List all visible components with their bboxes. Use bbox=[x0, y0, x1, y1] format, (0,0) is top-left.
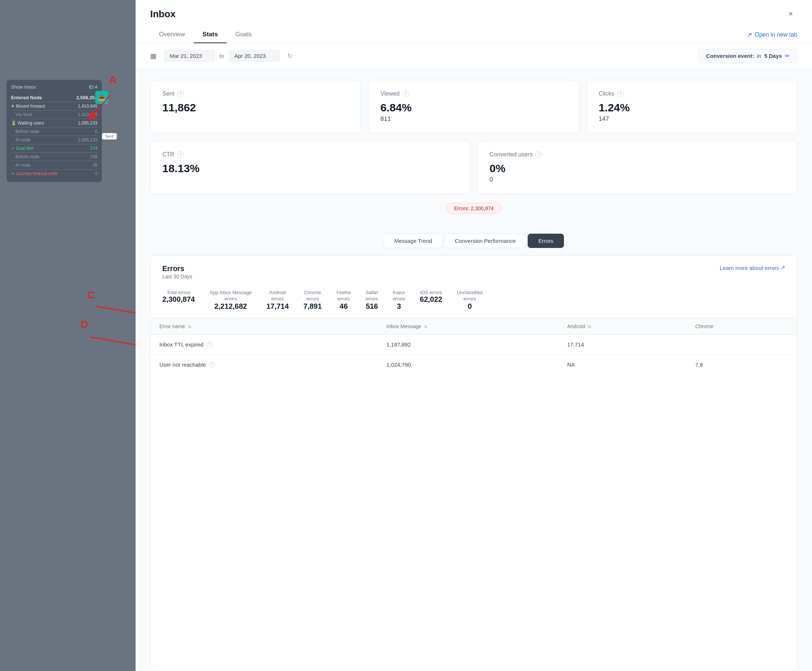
modal-header: Inbox × Overview Stats Goals ↗ Open in n… bbox=[136, 0, 812, 43]
stat-card-clicks: Clicks ? 1.24% 147 bbox=[587, 80, 797, 133]
at-node-row-2: At node 35 bbox=[11, 161, 97, 169]
col-inbox-message[interactable]: Inbox Message ⇅ bbox=[378, 318, 558, 335]
entered-node-row: Entered Node 2,506,352 bbox=[11, 94, 97, 102]
modal-title-row: Inbox × bbox=[150, 7, 797, 20]
ctr-help-icon[interactable]: ? bbox=[177, 151, 184, 158]
sort-icon-android: ⇅ bbox=[588, 325, 591, 329]
summary-firefox: Firefoxerrors 46 bbox=[336, 290, 351, 311]
external-link-icon: ↗ bbox=[747, 31, 752, 39]
date-to-label: to bbox=[220, 53, 224, 59]
start-date-input[interactable]: Mar 21, 2023 bbox=[164, 50, 215, 62]
summary-safari: Safarierrors 516 bbox=[366, 290, 378, 311]
chart-tab-conversion-performance[interactable]: Conversion Performance bbox=[444, 234, 526, 248]
clicks-percentage: 1.24% bbox=[599, 101, 785, 114]
ctr-percentage: 18.13% bbox=[162, 162, 458, 175]
app-inbox-label: App Inbox Messageerrors bbox=[210, 290, 252, 302]
open-new-tab-link[interactable]: ↗ Open in new tab bbox=[747, 31, 797, 39]
learn-more-link[interactable]: Learn more about errors ↗ bbox=[720, 264, 785, 271]
before-node-label-1: Before node bbox=[15, 129, 39, 134]
end-date-input[interactable]: Apr 20, 2023 bbox=[229, 50, 280, 62]
stat-card-converted-users: Converted users ? 0% 0 bbox=[478, 141, 797, 194]
firefox-label: Firefoxerrors bbox=[336, 290, 351, 302]
errors-section: Errors Last 30 Days Learn more about err… bbox=[150, 255, 797, 671]
ctr-label: CTR ? bbox=[162, 151, 458, 158]
android-value: 17,714 bbox=[266, 302, 289, 311]
modal-title: Inbox bbox=[150, 9, 176, 20]
converted-users-percentage: 0% bbox=[490, 162, 785, 175]
chart-tab-message-trend[interactable]: Message Trend bbox=[384, 234, 443, 248]
total-errors-label: Total errors bbox=[162, 290, 195, 295]
ios-value: 62,022 bbox=[420, 295, 442, 304]
safari-value: 516 bbox=[366, 302, 378, 311]
chart-tab-errors[interactable]: Errors bbox=[528, 234, 564, 248]
errors-table-body: Inbox TTL expired ? 1,187,892 17,714 Use… bbox=[150, 334, 797, 375]
moved-forward-value: 1,410,845 bbox=[78, 104, 97, 109]
chrome-label: Chromeerrors bbox=[304, 290, 322, 302]
col-chrome: Chrome bbox=[686, 318, 797, 335]
sent-help-icon[interactable]: ? bbox=[177, 90, 184, 97]
error-1-help-icon[interactable]: ? bbox=[206, 341, 213, 348]
summary-android: Androiderrors 17,714 bbox=[266, 290, 289, 311]
error-name-inner-2: User not reachable ? bbox=[159, 361, 369, 368]
main-modal: Inbox × Overview Stats Goals ↗ Open in n… bbox=[136, 0, 812, 671]
unclassified-value: 0 bbox=[457, 302, 483, 311]
entered-node-value: 2,506,352 bbox=[76, 95, 97, 100]
before-node-row-2: Before node 239 bbox=[11, 152, 97, 161]
android-cell-1: 17,714 bbox=[558, 334, 686, 354]
via-sent-row: Via Sent 1,410,845 bbox=[11, 110, 97, 119]
waiting-users-label: ⏳ Waiting users bbox=[11, 121, 44, 126]
before-node-label-2: Before node bbox=[15, 154, 39, 159]
tab-goals[interactable]: Goals bbox=[227, 26, 260, 43]
ios-label: iOS errors bbox=[420, 290, 442, 295]
kaios-label: Kaioserrors bbox=[393, 290, 405, 302]
show-inbox-card: Show Inbox ID:4 📥 Entered Node 2,506,352… bbox=[7, 80, 102, 182]
annotation-a: A bbox=[109, 74, 116, 86]
col-error-name[interactable]: Error name ⇅ bbox=[150, 318, 378, 335]
goal-met-value: 274 bbox=[90, 146, 97, 151]
errors-title-block: Errors Last 30 Days bbox=[162, 264, 193, 279]
at-node-value-1: 1,095,233 bbox=[78, 137, 97, 143]
annotation-c: C bbox=[87, 290, 94, 301]
tab-overview[interactable]: Overview bbox=[150, 26, 194, 43]
col-android[interactable]: Android ⇅ bbox=[558, 318, 686, 335]
converted-users-help-icon[interactable]: ? bbox=[536, 151, 542, 158]
stats-grid-bottom: CTR ? 18.13% Converted users ? 0% 0 bbox=[150, 141, 797, 194]
date-bar: ▦ Mar 21, 2023 to Apr 20, 2023 ↻ Convers… bbox=[136, 43, 812, 69]
journey-timeout-label: ✕ Journey timeout exits bbox=[11, 171, 58, 176]
goal-met-row: ✓ Goal Met 274 bbox=[11, 144, 97, 152]
via-sent-value: 1,410,845 bbox=[78, 112, 97, 117]
edit-icon[interactable]: ✏ bbox=[785, 53, 790, 60]
inbox-icon: 📥 bbox=[95, 91, 109, 104]
stats-section: Sent ? 11,862 Viewed ? 6.84% 811 Clicks … bbox=[136, 69, 812, 227]
error-2-help-icon[interactable]: ? bbox=[209, 361, 215, 368]
inbox-card-header: Show Inbox ID:4 📥 bbox=[11, 84, 97, 90]
conversion-event-label: Conversion event: bbox=[706, 53, 754, 59]
errors-header: Errors Last 30 Days Learn more about err… bbox=[150, 255, 797, 285]
chrome-cell-1 bbox=[686, 334, 797, 354]
errors-badge[interactable]: Errors: 2,300,874 bbox=[446, 203, 501, 214]
at-node-label-2: At node bbox=[15, 163, 31, 168]
conversion-event-in: in bbox=[757, 53, 761, 59]
stat-card-viewed: Viewed ? 6.84% 811 bbox=[368, 80, 579, 133]
calendar-icon: ▦ bbox=[150, 52, 157, 60]
errors-subtitle: Last 30 Days bbox=[162, 274, 193, 279]
tabs-row: Overview Stats Goals ↗ Open in new tab bbox=[150, 26, 797, 43]
viewed-help-icon[interactable]: ? bbox=[403, 90, 409, 97]
table-row: User not reachable ? 1,024,790 NA 7,8 bbox=[150, 354, 797, 375]
goal-met-label: ✓ Goal Met bbox=[11, 146, 34, 151]
close-button[interactable]: × bbox=[784, 7, 797, 20]
conversion-days: 5 Days bbox=[764, 53, 782, 59]
sent-badge: Sent bbox=[102, 133, 117, 140]
moved-forward-row: ✈ Moved forward 1,410,845 bbox=[11, 102, 97, 110]
clicks-help-icon[interactable]: ? bbox=[617, 90, 624, 97]
main-tabs: Overview Stats Goals bbox=[150, 26, 261, 43]
journey-timeout-row: ✕ Journey timeout exits 0 bbox=[11, 169, 97, 178]
tab-stats[interactable]: Stats bbox=[194, 26, 227, 43]
refresh-icon[interactable]: ↻ bbox=[287, 52, 293, 60]
errors-table-head: Error name ⇅ Inbox Message ⇅ Android ⇅ C… bbox=[150, 318, 797, 335]
errors-table-header-row: Error name ⇅ Inbox Message ⇅ Android ⇅ C… bbox=[150, 318, 797, 335]
inbox-message-cell-1: 1,187,892 bbox=[378, 334, 558, 354]
waiting-users-row: ⏳ Waiting users 1,095,233 bbox=[11, 119, 97, 127]
error-name-cell-2: User not reachable ? bbox=[150, 354, 378, 375]
stat-card-ctr: CTR ? 18.13% bbox=[150, 141, 470, 194]
